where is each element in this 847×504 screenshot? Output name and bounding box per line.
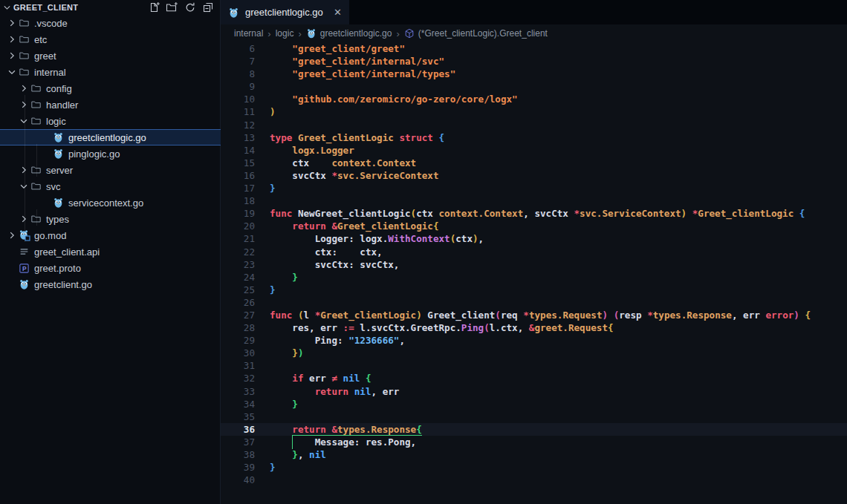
line-number[interactable]: 18 xyxy=(221,194,255,207)
code-line-27[interactable]: 27func (l *Greet_clientLogic) Greet_clie… xyxy=(221,309,847,321)
code-line-39[interactable]: 39} xyxy=(221,461,847,474)
breadcrumb-item[interactable]: logic xyxy=(276,28,294,39)
tree-item-pinglogic-go[interactable]: pinglogic.go xyxy=(0,145,221,162)
line-number[interactable]: 20 xyxy=(221,220,255,232)
code-line-34[interactable]: 34 } xyxy=(221,398,847,410)
line-number[interactable]: 28 xyxy=(221,321,255,334)
line-number[interactable]: 13 xyxy=(221,131,255,144)
code-line-8[interactable]: 8 "greet_client/internal/types" xyxy=(221,68,847,80)
line-number[interactable]: 32 xyxy=(221,372,255,384)
chevron-right-icon[interactable] xyxy=(6,50,18,62)
chevron-down-icon[interactable] xyxy=(18,180,30,192)
code-line-33[interactable]: 33 return nil, err xyxy=(221,385,847,398)
code-line-24[interactable]: 24 } xyxy=(221,271,847,284)
line-number[interactable]: 24 xyxy=(221,271,255,284)
code-line-21[interactable]: 21 Logger: logx.WithContext(ctx), xyxy=(221,232,847,245)
code-editor[interactable]: 6 "greet_client/greet"7 "greet_client/in… xyxy=(221,42,847,504)
line-number[interactable]: 15 xyxy=(221,157,255,169)
line-number[interactable]: 12 xyxy=(221,119,255,131)
code-line-31[interactable]: 31 xyxy=(221,359,847,372)
chevron-right-icon[interactable] xyxy=(18,99,30,111)
code-line-37[interactable]: 37 Message: res.Pong, xyxy=(221,436,847,448)
line-number[interactable]: 26 xyxy=(221,296,255,309)
tree-item-svc[interactable]: svc xyxy=(0,178,221,194)
line-number[interactable]: 30 xyxy=(221,347,255,359)
code-line-26[interactable]: 26 xyxy=(221,296,847,309)
code-line-9[interactable]: 9 xyxy=(221,80,847,93)
explorer-root-header[interactable]: GREET_CLIENT xyxy=(0,0,220,15)
line-number[interactable]: 40 xyxy=(221,474,255,486)
code-line-32[interactable]: 32 if err ≠ nil { xyxy=(221,372,847,384)
refresh-button[interactable] xyxy=(182,1,198,14)
chevron-down-icon[interactable] xyxy=(6,66,18,78)
tree-item-internal[interactable]: internal xyxy=(0,64,221,80)
tree-item-go-mod[interactable]: go.mod xyxy=(0,227,221,243)
tree-item-servicecontext-go[interactable]: servicecontext.go xyxy=(0,194,221,211)
tree-item-greet[interactable]: greet xyxy=(0,48,221,64)
line-number[interactable]: 27 xyxy=(221,309,255,321)
code-line-30[interactable]: 30 }) xyxy=(221,347,847,359)
tree-item-greetclientlogic-go[interactable]: greetclientlogic.go xyxy=(0,129,221,145)
code-line-25[interactable]: 25} xyxy=(221,284,847,296)
line-number[interactable]: 39 xyxy=(221,461,255,474)
code-line-13[interactable]: 13type Greet_clientLogic struct { xyxy=(221,131,847,144)
code-line-11[interactable]: 11) xyxy=(221,105,847,118)
chevron-right-icon[interactable] xyxy=(6,33,18,45)
tree-item-greet-client-api[interactable]: greet_client.api xyxy=(0,243,221,260)
code-line-16[interactable]: 16 svcCtx *svc.ServiceContext xyxy=(221,169,847,182)
code-line-28[interactable]: 28 res, err := l.svcCtx.GreetRpc.Ping(l.… xyxy=(221,321,847,334)
tree-item-greet-proto[interactable]: Pgreet.proto xyxy=(0,260,221,276)
line-number[interactable]: 23 xyxy=(221,258,255,271)
line-number[interactable]: 16 xyxy=(221,169,255,182)
code-line-14[interactable]: 14 logx.Logger xyxy=(221,144,847,157)
code-line-38[interactable]: 38 }, nil xyxy=(221,448,847,461)
chevron-right-icon[interactable] xyxy=(18,82,30,94)
code-line-23[interactable]: 23 svcCtx: svcCtx, xyxy=(221,258,847,271)
tree-item-logic[interactable]: logic xyxy=(0,113,221,129)
line-number[interactable]: 14 xyxy=(221,144,255,157)
new-folder-button[interactable] xyxy=(164,1,180,14)
line-number[interactable]: 25 xyxy=(221,284,255,296)
line-number[interactable]: 38 xyxy=(221,448,255,461)
tab-greetclientlogic[interactable]: greetclientlogic.go ✕ xyxy=(221,0,349,24)
breadcrumb-item[interactable]: internal xyxy=(234,28,263,39)
chevron-right-icon[interactable] xyxy=(18,213,30,225)
line-number[interactable]: 11 xyxy=(221,105,255,118)
collapse-all-button[interactable] xyxy=(200,1,215,14)
tree-item-greetclient-go[interactable]: greetclient.go xyxy=(0,276,221,292)
line-number[interactable]: 35 xyxy=(221,410,255,423)
code-line-22[interactable]: 22 ctx: ctx, xyxy=(221,246,847,258)
line-number[interactable]: 7 xyxy=(221,55,255,68)
code-line-36[interactable]: 36 return &types.Response{ xyxy=(221,423,847,436)
code-line-40[interactable]: 40 xyxy=(221,474,847,486)
breadcrumb-item[interactable]: greetclientlogic.go xyxy=(306,28,392,39)
tree-item-config[interactable]: config xyxy=(0,80,221,96)
code-line-29[interactable]: 29 Ping: "1236666", xyxy=(221,334,847,347)
code-line-18[interactable]: 18 xyxy=(221,194,847,207)
line-number[interactable]: 37 xyxy=(221,436,255,448)
line-number[interactable]: 31 xyxy=(221,359,255,372)
breadcrumb-item[interactable]: (*Greet_clientLogic).Greet_client xyxy=(404,28,548,39)
chevron-down-icon[interactable] xyxy=(18,115,30,127)
code-line-12[interactable]: 12 xyxy=(221,119,847,131)
code-line-20[interactable]: 20 return &Greet_clientLogic{ xyxy=(221,220,847,232)
code-line-7[interactable]: 7 "greet_client/internal/svc" xyxy=(221,55,847,68)
chevron-right-icon[interactable] xyxy=(6,229,18,241)
code-line-35[interactable]: 35 xyxy=(221,410,847,423)
tree-item-server[interactable]: server xyxy=(0,162,221,178)
new-file-button[interactable] xyxy=(146,1,162,14)
line-number[interactable]: 34 xyxy=(221,398,255,410)
tree-item--vscode[interactable]: .vscode xyxy=(0,15,221,31)
line-number[interactable]: 9 xyxy=(221,80,255,93)
line-number[interactable]: 33 xyxy=(221,385,255,398)
line-number[interactable]: 10 xyxy=(221,93,255,105)
tree-item-etc[interactable]: etc xyxy=(0,31,221,48)
tree-item-handler[interactable]: handler xyxy=(0,96,221,113)
line-number[interactable]: 6 xyxy=(221,42,255,55)
close-icon[interactable]: ✕ xyxy=(334,7,342,18)
code-line-6[interactable]: 6 "greet_client/greet" xyxy=(221,42,847,55)
code-line-10[interactable]: 10 "github.com/zeromicro/go-zero/core/lo… xyxy=(221,93,847,105)
code-line-17[interactable]: 17} xyxy=(221,182,847,194)
code-line-19[interactable]: 19func NewGreet_clientLogic(ctx context.… xyxy=(221,207,847,220)
line-number[interactable]: 36 xyxy=(221,423,255,436)
